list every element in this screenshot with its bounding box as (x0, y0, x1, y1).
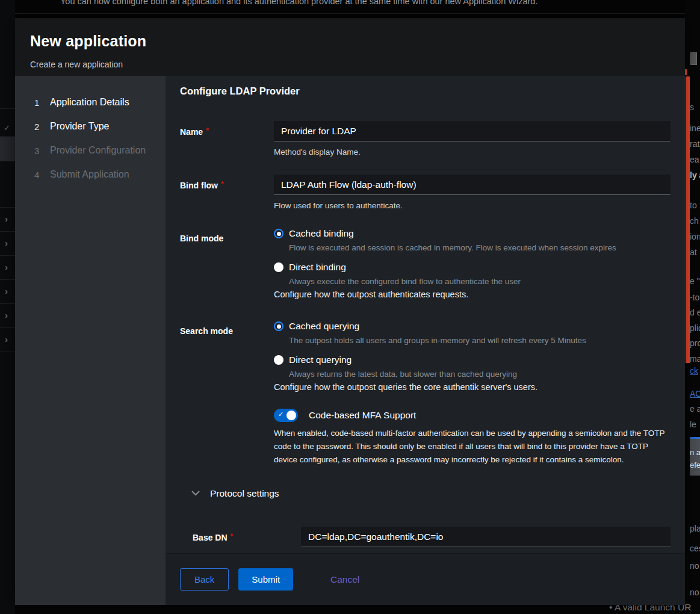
clipped-text: ine (690, 123, 700, 133)
clipped-text: d e (690, 308, 700, 317)
clipped-text: ch (690, 216, 699, 226)
clipped-link[interactable]: ck (690, 366, 698, 376)
wizard-footer: Back Submit Cancel (166, 553, 685, 605)
cached-binding-label[interactable]: Cached binding (289, 228, 354, 239)
scrollbar-thumb[interactable] (690, 52, 697, 65)
submit-button[interactable]: Submit (238, 568, 293, 591)
chevron-right-icon[interactable]: › (5, 335, 8, 344)
wizard-steps-nav: 1 Application Details 2 Provider Type 3 … (15, 76, 166, 605)
field-row-mfa: ✓ Code-based MFA Support When enabled, c… (180, 409, 671, 467)
label-text: Name (180, 127, 203, 137)
bind-mode-help: Configure how the outpost authenticates … (274, 290, 671, 299)
cancel-button[interactable]: Cancel (330, 574, 359, 585)
bind-flow-help: Flow used for users to authenticate. (274, 201, 671, 210)
divider (0, 207, 15, 208)
required-asterisk: * (206, 126, 209, 135)
sidebar-active-row[interactable] (0, 137, 15, 161)
modal-subtitle: Create a new application (30, 60, 670, 69)
chevron-right-icon[interactable]: › (5, 311, 8, 320)
notification-accent-bar (686, 76, 690, 363)
direct-querying-desc: Always returns the latest data, but slow… (289, 370, 671, 379)
clipped-text: ly a (690, 170, 700, 180)
bind-flow-select[interactable] (274, 175, 671, 195)
back-button[interactable]: Back (180, 568, 229, 591)
provider-form: Configure LDAP Provider Name* Method's d… (166, 76, 685, 553)
cached-querying-label[interactable]: Cached querying (289, 321, 359, 332)
new-application-modal: New application Create a new application… (15, 18, 685, 605)
cached-binding-desc: Flow is executed and session is cached i… (289, 243, 671, 252)
banner-divider (0, 13, 700, 14)
clipped-text: no (690, 561, 699, 571)
label-text: Bind flow (180, 181, 218, 190)
step-label: Application Details (50, 97, 129, 108)
direct-querying-radio[interactable] (274, 355, 283, 365)
label-text: Base DN (193, 533, 228, 542)
clipped-text: plic (690, 323, 700, 333)
clipped-text: pro (690, 338, 700, 348)
field-row-search-mode: Search mode Cached querying The outpost … (180, 321, 671, 392)
base-dn-label: Base DN* (193, 527, 301, 547)
clipped-text: e "o (690, 276, 700, 286)
cached-querying-desc: The outpost holds all users and groups i… (289, 336, 671, 345)
wizard-step-provider-configuration: 3 Provider Configuration (34, 138, 166, 163)
cached-binding-radio[interactable] (274, 229, 283, 238)
divider (0, 352, 15, 352)
chevron-right-icon[interactable]: › (5, 238, 8, 247)
admonition-line: efe (690, 459, 700, 471)
modal-header: New application Create a new application (15, 18, 685, 76)
divider (0, 136, 15, 137)
protocol-settings-label: Protocol settings (210, 488, 279, 499)
chevron-right-icon[interactable]: › (5, 262, 8, 271)
step-number: 3 (34, 146, 50, 156)
clipped-text: ces (690, 544, 700, 553)
clipped-text: ion (690, 232, 700, 241)
step-number: 1 (34, 98, 50, 108)
clipped-text: no (690, 588, 699, 597)
cached-querying-radio[interactable] (274, 321, 283, 331)
form-heading: Configure LDAP Provider (180, 85, 671, 97)
chevron-right-icon[interactable]: › (5, 287, 8, 296)
clipped-text: -to (690, 293, 699, 302)
required-asterisk: * (221, 180, 224, 188)
announcement-banner: You can now configure both an applicatio… (60, 0, 537, 6)
clipped-text: at (690, 247, 697, 257)
mfa-toggle[interactable]: ✓ (274, 409, 298, 422)
clipped-link[interactable]: AC (690, 389, 700, 398)
divider (0, 279, 15, 280)
name-help: Method's display Name. (274, 147, 671, 157)
clipped-text: e a (690, 404, 700, 414)
clipped-text: ma (690, 354, 700, 364)
direct-querying-label[interactable]: Direct querying (289, 355, 352, 365)
wizard-step-provider-type[interactable]: 2 Provider Type (34, 114, 166, 138)
step-number: 2 (34, 122, 50, 132)
protocol-settings-section[interactable]: Protocol settings (191, 488, 671, 499)
wizard-step-application-details[interactable]: 1 Application Details (34, 90, 166, 114)
clipped-text: pla (690, 524, 700, 533)
step-label: Provider Type (50, 121, 109, 132)
chevron-down-icon (191, 491, 200, 496)
bind-flow-label: Bind flow* (180, 175, 274, 210)
admonition-box: n a efe (690, 437, 700, 476)
name-label: Name* (180, 121, 274, 157)
chevron-right-icon[interactable]: › (5, 214, 8, 223)
direct-binding-label[interactable]: Direct binding (289, 262, 346, 273)
direct-binding-radio[interactable] (274, 262, 283, 272)
mfa-label[interactable]: Code-based MFA Support (309, 410, 416, 421)
mfa-desc: When enabled, code-based multi-factor au… (274, 427, 671, 467)
clipped-text: rat (690, 139, 699, 149)
name-input[interactable] (274, 121, 671, 141)
base-dn-input[interactable] (301, 527, 671, 547)
modal-title: New application (30, 33, 670, 50)
field-row-bind-mode: Bind mode Cached binding Flow is execute… (180, 228, 671, 299)
divider (0, 327, 15, 328)
field-row-base-dn: Base DN* (193, 527, 671, 547)
step-number: 4 (34, 170, 50, 180)
divider (0, 231, 15, 232)
step-label: Submit Application (50, 169, 129, 180)
toggle-check-icon: ✓ (278, 411, 283, 418)
field-row-bind-flow: Bind flow* Flow used for users to authen… (180, 175, 671, 210)
search-mode-label: Search mode (180, 321, 274, 392)
check-icon: ✓ (4, 123, 10, 132)
clipped-text: ea (690, 155, 699, 164)
clipped-text: le (690, 420, 696, 429)
